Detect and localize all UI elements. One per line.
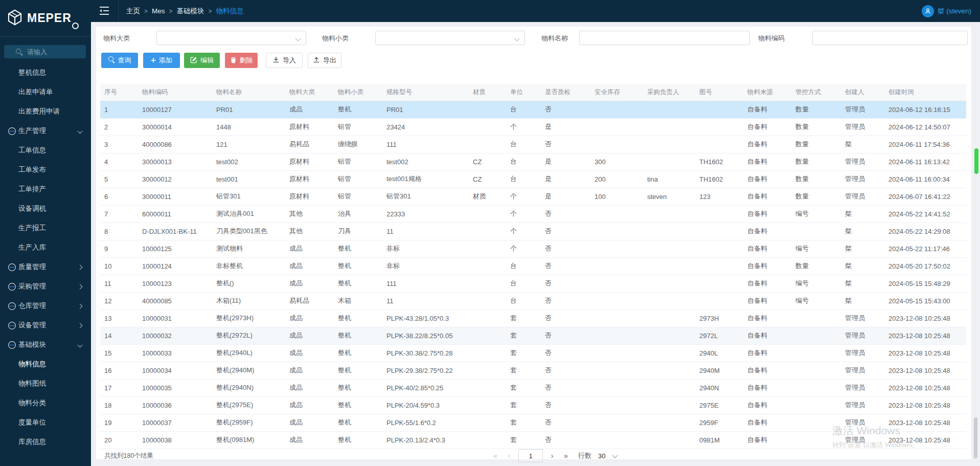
table-cell: 自备料	[743, 275, 791, 292]
添加-button[interactable]: +添加	[143, 53, 180, 68]
table-cell: 套	[506, 396, 541, 414]
sidebar-item-物料信息[interactable]: 物料信息	[0, 354, 91, 374]
sidebar-item-设备管理[interactable]: 设备管理	[0, 316, 91, 335]
filter-text-input-物料名称[interactable]	[580, 31, 749, 45]
rows-per-page-value[interactable]: 30	[598, 452, 605, 460]
table-cell: 管理员	[841, 170, 884, 188]
查询-button[interactable]: 查询	[101, 53, 138, 68]
table-row[interactable]: 1710000035整机(2940N)成品整机PLPK-40/2.85*0.25…	[100, 379, 966, 396]
table-cell: 易耗品	[285, 136, 334, 153]
sidebar-item-生产管理[interactable]: 生产管理	[0, 121, 91, 141]
table-row[interactable]: 1910000037整机(2959F)成品整机PLPK-55/1.6*0.2套否…	[100, 414, 966, 431]
sidebar-item-设备调机[interactable]: 设备调机	[0, 199, 91, 218]
table-cell: 成品	[285, 309, 334, 327]
sidebar-item-label: 库房信息	[18, 437, 46, 447]
filter-input-物料编码[interactable]	[812, 31, 968, 45]
sidebar-item-工单发布[interactable]: 工单发布	[0, 160, 91, 180]
button-label: 编辑	[200, 56, 214, 65]
sidebar-search[interactable]	[4, 45, 86, 58]
删除-button[interactable]: 删除	[225, 53, 258, 68]
menu-fold-icon[interactable]	[99, 6, 110, 15]
table-row[interactable]: 1810000036整机(2975E)成品整机PLPK-20/4.59*0.3套…	[100, 396, 966, 414]
table-cell	[643, 414, 695, 431]
user-avatar-icon[interactable]	[922, 5, 934, 17]
filter-select-物料大类[interactable]	[156, 31, 306, 45]
app-logo: MEPER	[0, 0, 91, 37]
topbar-divider	[118, 0, 119, 22]
sidebar-item-工单信息[interactable]: 工单信息	[0, 141, 91, 160]
column-header-材质: 材质	[469, 84, 506, 101]
sidebar-item-度量单位[interactable]: 度量单位	[0, 413, 91, 432]
table-row[interactable]: 340000086121易耗品缠绕膜111台否自备料数量桀2024-06-11 …	[100, 136, 966, 153]
table-cell: 10000036	[138, 396, 212, 414]
sidebar-item-质量管理[interactable]: 质量管理	[0, 257, 91, 277]
sidebar-item-库房信息[interactable]: 库房信息	[0, 432, 91, 452]
last-page-button[interactable]: »	[561, 452, 571, 460]
sidebar-item-工单排产[interactable]: 工单排产	[0, 180, 91, 199]
rows-per-page-chevron-down-icon[interactable]	[612, 452, 618, 458]
table-cell	[469, 414, 506, 431]
table-row[interactable]: 1510000033整机(2940L)成品整机PLPK-30.38/2.75*0…	[100, 344, 966, 362]
导出-button[interactable]: 导出	[308, 53, 341, 68]
breadcrumb-item-Mes[interactable]: Mes	[152, 7, 165, 15]
table-row[interactable]: 1240000085木箱(11)易耗品木箱11台否自备料编号桀2024-05-1…	[100, 292, 966, 309]
sidebar-item-label: 基础模块	[18, 340, 46, 349]
table-row[interactable]: 2300000141448原材料铝管23424个是自备料数量管理员2024-06…	[100, 118, 966, 136]
sidebar-search-input[interactable]	[26, 48, 74, 56]
table-cell: 30000012	[138, 170, 212, 188]
table-cell: 2975E	[695, 396, 743, 414]
user-name[interactable]: 桀 (steven)	[938, 7, 971, 16]
current-page-input[interactable]: 1	[518, 449, 543, 462]
sidebar-item-物料图纸[interactable]: 物料图纸	[0, 374, 91, 393]
scrollbar-green-thumb[interactable]	[974, 148, 978, 174]
sidebar-item-出差费用申请[interactable]: 出差费用申请	[0, 102, 91, 121]
filter-text-input-物料编码[interactable]	[813, 31, 967, 45]
table-cell: 台	[506, 257, 541, 275]
table-cell	[791, 396, 841, 414]
prev-page-button[interactable]: ‹	[505, 452, 514, 460]
table-row[interactable]: 1010000124非标整机成品整机非标台否自备料数量桀2024-05-20 1…	[100, 257, 966, 275]
sidebar-item-生产报工[interactable]: 生产报工	[0, 218, 91, 238]
sidebar-item-物料分类[interactable]: 物料分类	[0, 393, 91, 413]
breadcrumb-item-基础模块[interactable]: 基础模块	[177, 7, 204, 16]
table-row[interactable]: 1610000034整机(2940M)成品整机PLPK-29.38/2.75*0…	[100, 362, 966, 379]
filter-select-物料小类[interactable]	[375, 31, 525, 45]
table-cell: 自备料	[743, 101, 791, 118]
table-row[interactable]: 1410000032整机(2972L)成品整机PLPK-38.22/8.25*0…	[100, 327, 966, 344]
breadcrumb-item-物料信息[interactable]: 物料信息	[216, 7, 244, 16]
table-row[interactable]: 530000012test001原材料铝管test001规格CZ台是200tin…	[100, 170, 966, 188]
first-page-button[interactable]: «	[491, 452, 500, 460]
breadcrumb-item-主页[interactable]: 主页	[126, 7, 140, 16]
table-cell	[643, 275, 695, 292]
编辑-button[interactable]: 编辑	[184, 53, 220, 68]
table-row[interactable]: 110000127PR01成品整机PR01台否自备料数量管理员2024-06-1…	[100, 101, 966, 118]
table-row[interactable]: 8D-DJLX001-BK-11刀具类型001黑色其他刀具11个否自备料桀202…	[100, 223, 966, 240]
chevron-down-icon	[295, 35, 301, 41]
table-cell	[791, 344, 841, 362]
table-row[interactable]: 1110000123整机()成品整机111台否自备料编号桀2024-05-15 …	[100, 275, 966, 292]
sidebar-item-生产入库[interactable]: 生产入库	[0, 238, 91, 257]
table-row[interactable]: 1310000031整机(2973H)成品整机PLPK-43.28/1.05*0…	[100, 309, 966, 327]
table-cell: 2024-05-15 15:43:00	[884, 292, 966, 309]
table-row[interactable]: 430000013test002原材料铝管test002CZ台是300TH160…	[100, 153, 966, 170]
table-cell: 整机(2940N)	[212, 379, 285, 396]
sidebar-item-整机信息[interactable]: 整机信息	[0, 63, 91, 82]
table-cell: 否	[541, 275, 590, 292]
next-page-button[interactable]: ›	[548, 452, 557, 460]
table-cell: 否	[541, 431, 590, 449]
table-row[interactable]: 2010000038整机(0981M)成品整机PLPK-20.13/2.4*0.…	[100, 431, 966, 449]
sidebar-item-基础模块[interactable]: 基础模块	[0, 335, 91, 354]
user-box[interactable]: 桀 (steven)	[922, 0, 971, 22]
sidebar-item-仓库管理[interactable]: 仓库管理	[0, 296, 91, 316]
sidebar-item-采购管理[interactable]: 采购管理	[0, 277, 91, 296]
filter-input-物料名称[interactable]	[579, 31, 750, 45]
table-cell	[791, 327, 841, 344]
导入-button[interactable]: 导入	[266, 53, 303, 68]
table-cell: 编号	[791, 240, 841, 257]
scrollbar-thumb[interactable]	[974, 417, 977, 458]
table-row[interactable]: 760000011测试治具001其他治具22333个否自备料编号桀2024-05…	[100, 205, 966, 223]
sidebar-item-出差申请单[interactable]: 出差申请单	[0, 82, 91, 102]
table-row[interactable]: 630000011铝管301原材料铝管铝管301材质个是100steven123…	[100, 188, 966, 205]
table-row[interactable]: 910000125测试物料成品整机非标个否自备料编号桀2024-05-22 11…	[100, 240, 966, 257]
table-cell: 2973H	[695, 309, 743, 327]
